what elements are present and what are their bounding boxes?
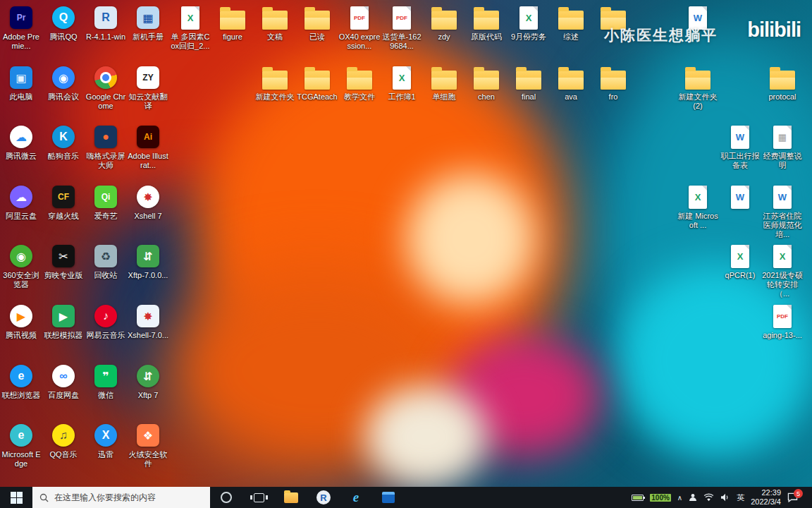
desktop-icon-excel-cox[interactable]: X单 多因素Cox回归_2... [169,4,211,51]
desktop-icon-tencent-meeting[interactable]: ◉腾讯会议 [42,64,85,102]
taskbar-search[interactable] [32,487,210,508]
wifi-icon[interactable] [703,493,714,502]
desktop-icon-folder-yidu[interactable]: 已读 [296,4,338,42]
notification-center[interactable]: 5 [787,492,798,502]
folder-xinjian-icon [254,64,296,91]
desktop-icon-360-browser[interactable]: ◉360安全浏览器 [0,243,42,289]
desktop-icon-pdf-songhuodan[interactable]: PDF送货单-1629684... [381,4,423,51]
pinned-remote-window[interactable] [372,487,405,508]
desktop-icon-higeshi-recorder[interactable]: ●嗨格式录屏大师 [85,123,127,170]
search-input[interactable] [54,492,195,502]
desktop-icon-tencent-qq[interactable]: Q腾讯QQ [42,4,85,42]
desktop-icon-lenovo-emulator[interactable]: ▶联想模拟器 [42,303,85,340]
search-icon [39,493,49,502]
r-installer-icon: R [85,4,127,31]
folder-chen-icon [465,64,508,91]
pinned-internet-explorer[interactable]: e [340,487,372,508]
desktop-icon-google-chrome[interactable]: Google Chrome [85,64,127,111]
desktop-icon-img-funding-note[interactable]: ▦经费调整说明 [761,123,804,170]
desktop-icon-crossfire[interactable]: CF穿越火线 [42,183,85,221]
desktop-icon-microsoft-edge[interactable]: eMicrosoft Edge [0,422,42,468]
desktop-icon-doc-unnamed[interactable]: W [719,183,761,212]
desktop-icon-pdf-aging13[interactable]: PDFaging-13-... [761,303,804,340]
desktop-icon-excel-new[interactable]: X新建 Microsoft ... [677,183,719,230]
folder-fro-icon [592,64,634,91]
desktop-icon-folder-wengao[interactable]: 文稿 [254,4,296,42]
desktop-icon-kugou-music[interactable]: K酷狗音乐 [42,123,85,161]
desktop-icon-excel-sep-labor[interactable]: X9月份劳务 [508,4,550,42]
tencent-qq-icon: Q [42,4,85,31]
tray-date: 2022/3/4 [751,497,781,507]
desktop-icon-folder-xinjian[interactable]: 新建文件夹 [254,64,296,102]
desktop-icon-xshell-setup[interactable]: ✸Xshell-7.0... [127,303,169,340]
desktop-icon-doc-trip-report[interactable]: W职工出行报备表 [719,123,761,170]
excel-cox-icon: X [169,4,211,31]
desktop-icon-lenovo-browser[interactable]: e联想浏览器 [0,363,42,400]
cortana-button[interactable] [210,487,242,508]
icon-label: 工作簿1 [381,92,423,102]
pinned-file-explorer[interactable] [275,487,307,508]
folder-zdy-icon [423,4,465,31]
tray-expand-icon[interactable]: ∧ [677,494,682,502]
aliyun-drive-icon: ☁ [0,183,42,210]
desktop-icon-folder-jiaoxue[interactable]: 教学文件 [338,64,381,102]
desktop-icon-doc-jiangsu[interactable]: W江苏省住院医师规范化培... [761,183,804,240]
speaker-icon[interactable] [720,493,730,502]
icon-label: 穿越火线 [42,212,85,221]
desktop-icon-folder-ava[interactable]: ava [550,64,592,102]
desktop-icon-xftp7[interactable]: ⇵Xftp 7 [127,363,169,400]
desktop[interactable]: 小陈医生想躺平 bilibili PrAdobe Premie...▣此电脑☁腾… [0,0,812,508]
desktop-icon-this-pc[interactable]: ▣此电脑 [0,64,42,102]
desktop-icon-new-pc-manual[interactable]: ▦新机手册 [127,4,169,42]
desktop-icon-adobe-premiere[interactable]: PrAdobe Premie... [0,4,42,51]
desktop-icon-excel-qpcr[interactable]: XqPCR(1) [719,243,761,280]
icon-label: 原版代码 [465,32,508,42]
desktop-icon-netease-music[interactable]: ♪网易云音乐 [85,303,127,340]
desktop-icon-folder-tcgateach[interactable]: TCGAteach [296,64,338,102]
desktop-icon-tencent-weiyun[interactable]: ☁腾讯微云 [0,123,42,161]
desktop-icon-adobe-illustrator[interactable]: AiAdobe Illustrat... [127,123,169,170]
desktop-icon-folder-final[interactable]: final [508,64,550,102]
desktop-icon-wechat[interactable]: ❞微信 [85,363,127,400]
desktop-icon-thunder[interactable]: X迅雷 [85,422,127,459]
excel-new-icon: X [677,183,719,210]
battery-icon[interactable] [632,495,644,501]
icon-label: Adobe Premie... [0,32,42,51]
desktop-icon-tencent-video[interactable]: ▶腾讯视频 [0,303,42,340]
desktop-icon-folder-yuanban[interactable]: 原版代码 [465,4,508,42]
start-button[interactable] [0,487,32,508]
task-view-button[interactable] [242,487,275,508]
adobe-premiere-icon: Pr [0,4,42,31]
pdf-aging13-icon: PDF [761,303,804,329]
desktop-icon-folder-zongshu[interactable]: 综述 [550,4,592,42]
desktop-icon-qq-music[interactable]: ♫QQ音乐 [42,422,85,459]
desktop-icon-xftp-setup[interactable]: ⇵Xftp-7.0.0... [127,243,169,280]
input-language-indicator[interactable]: 英 [737,492,744,503]
desktop-icon-folder-chen[interactable]: chen [465,64,508,102]
desktop-icon-r-installer[interactable]: RR-4.1.1-win [85,4,127,42]
desktop-icon-pdf-ox40[interactable]: PDFOX40 expression... [338,4,381,51]
clock[interactable]: 22:39 2022/3/4 [751,488,781,506]
desktop-icon-iqiyi[interactable]: Qi爱奇艺 [85,183,127,221]
desktop-icon-baidu-netdisk[interactable]: ∞百度网盘 [42,363,85,400]
desktop-icon-capcut[interactable]: ✂剪映专业版 [42,243,85,280]
desktop-icon-folder-danxibao[interactable]: 单细胞 [423,64,465,102]
pinned-r-console[interactable]: R [307,487,340,508]
desktop-icon-folder-protocal[interactable]: protocal [761,64,804,102]
desktop-icon-zhiyun-translate[interactable]: ZY知云文献翻译 [127,64,169,111]
desktop-icon-excel-workbook1[interactable]: X工作簿1 [381,64,423,102]
bilibili-logo: bilibili [747,18,801,42]
desktop-icon-recycle-bin[interactable]: ♻回收站 [85,243,127,280]
desktop-icon-folder-fro[interactable]: fro [592,64,634,102]
desktop-icon-folder-xinjian2[interactable]: 新建文件夹(2) [677,64,719,111]
desktop-icon-folder-zdy[interactable]: zdy [423,4,465,42]
desktop-icon-xshell7[interactable]: ✸Xshell 7 [127,183,169,221]
desktop-icon-excel-2021[interactable]: X2021级专硕轮转安排（... [761,243,804,299]
desktop-icon-folder-figure[interactable]: figure [211,4,254,42]
folder-zongshu-icon [550,4,592,31]
icon-label: 新建 Microsoft ... [677,212,719,230]
people-icon[interactable] [689,493,697,502]
desktop-icon-aliyun-drive[interactable]: ☁阿里云盘 [0,183,42,221]
icon-label: 新建文件夹(2) [677,92,719,111]
desktop-icon-huorong-security[interactable]: ❖火绒安全软件 [127,422,169,468]
